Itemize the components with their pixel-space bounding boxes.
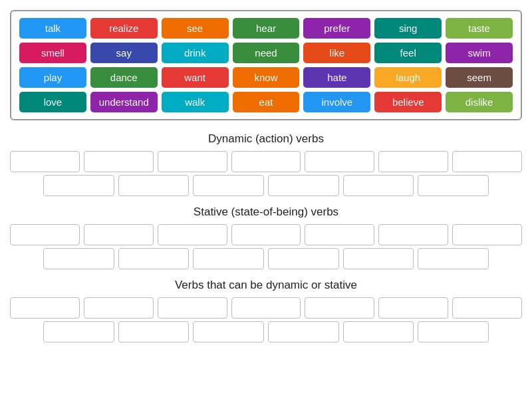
drop-box[interactable] xyxy=(118,248,190,269)
drop-row-2 xyxy=(10,321,522,342)
word-chip[interactable]: know xyxy=(233,67,300,88)
drop-box[interactable] xyxy=(418,321,489,342)
word-chip[interactable]: dance xyxy=(90,67,158,88)
word-chip[interactable]: feel xyxy=(374,43,442,63)
drop-box[interactable] xyxy=(418,175,489,196)
drop-box[interactable] xyxy=(231,224,301,245)
word-chip[interactable]: seem xyxy=(446,67,513,88)
drop-box[interactable] xyxy=(43,175,114,196)
word-chip[interactable]: hate xyxy=(303,67,370,88)
word-chip[interactable]: laugh xyxy=(374,67,442,88)
drop-box[interactable] xyxy=(305,151,374,172)
drop-box[interactable] xyxy=(268,321,339,342)
drop-box[interactable] xyxy=(158,297,227,319)
word-chip[interactable]: prefer xyxy=(303,18,370,39)
section-group: Verbs that can be dynamic or stative xyxy=(10,279,522,342)
drop-box[interactable] xyxy=(84,224,154,245)
word-bank: talkrealizeseehearprefersingtastesmellsa… xyxy=(10,10,522,120)
drop-box[interactable] xyxy=(10,224,80,245)
word-chip[interactable]: realize xyxy=(90,18,158,39)
drop-box[interactable] xyxy=(10,151,80,172)
drop-row-1 xyxy=(10,151,522,172)
drop-row-2 xyxy=(10,175,522,196)
word-chip[interactable]: play xyxy=(19,67,86,88)
word-chip[interactable]: involve xyxy=(303,92,370,112)
word-chip[interactable]: want xyxy=(162,67,229,88)
drop-row-1 xyxy=(10,224,522,245)
drop-box[interactable] xyxy=(343,248,414,269)
word-chip[interactable]: drink xyxy=(162,43,229,63)
drop-box[interactable] xyxy=(43,248,114,269)
section-group: Dynamic (action) verbs xyxy=(10,132,522,196)
word-chip[interactable]: walk xyxy=(162,92,229,112)
drop-box[interactable] xyxy=(43,321,114,342)
drop-box[interactable] xyxy=(118,321,190,342)
word-chip[interactable]: talk xyxy=(19,18,86,39)
section-title: Dynamic (action) verbs xyxy=(10,132,522,146)
drop-box[interactable] xyxy=(158,224,227,245)
drop-box[interactable] xyxy=(452,297,522,319)
drop-box[interactable] xyxy=(193,248,264,269)
word-chip[interactable]: understand xyxy=(90,92,158,112)
drop-box[interactable] xyxy=(193,175,264,196)
drop-box[interactable] xyxy=(452,151,522,172)
word-chip[interactable]: say xyxy=(90,43,158,63)
word-chip[interactable]: love xyxy=(19,92,86,112)
word-chip[interactable]: hear xyxy=(233,18,300,39)
section-title: Stative (state-of-being) verbs xyxy=(10,205,522,219)
word-chip[interactable]: taste xyxy=(446,18,513,39)
drop-box[interactable] xyxy=(118,175,190,196)
drop-box[interactable] xyxy=(231,151,301,172)
drop-row-2 xyxy=(10,248,522,269)
drop-box[interactable] xyxy=(84,151,154,172)
word-chip[interactable]: sing xyxy=(374,18,442,39)
drop-box[interactable] xyxy=(10,297,80,319)
drop-box[interactable] xyxy=(305,297,374,319)
word-chip[interactable]: need xyxy=(233,43,300,63)
drop-box[interactable] xyxy=(418,248,489,269)
word-chip[interactable]: dislike xyxy=(446,92,513,112)
drop-box[interactable] xyxy=(158,151,227,172)
drop-box[interactable] xyxy=(305,224,374,245)
drop-box[interactable] xyxy=(378,224,448,245)
word-chip[interactable]: believe xyxy=(374,92,442,112)
word-chip[interactable]: swim xyxy=(446,43,513,63)
drop-box[interactable] xyxy=(84,297,154,319)
drop-box[interactable] xyxy=(452,224,522,245)
drop-box[interactable] xyxy=(268,175,339,196)
drop-box[interactable] xyxy=(343,175,414,196)
section-title: Verbs that can be dynamic or stative xyxy=(10,279,522,292)
drop-row-1 xyxy=(10,297,522,319)
word-chip[interactable]: see xyxy=(162,18,229,39)
drop-box[interactable] xyxy=(193,321,264,342)
word-chip[interactable]: eat xyxy=(233,92,300,112)
drop-box[interactable] xyxy=(378,297,448,319)
section-group: Stative (state-of-being) verbs xyxy=(10,205,522,269)
word-chip[interactable]: like xyxy=(303,43,370,63)
drop-box[interactable] xyxy=(231,297,301,319)
drop-box[interactable] xyxy=(268,248,339,269)
drop-box[interactable] xyxy=(343,321,414,342)
drop-box[interactable] xyxy=(378,151,448,172)
word-chip[interactable]: smell xyxy=(19,43,86,63)
